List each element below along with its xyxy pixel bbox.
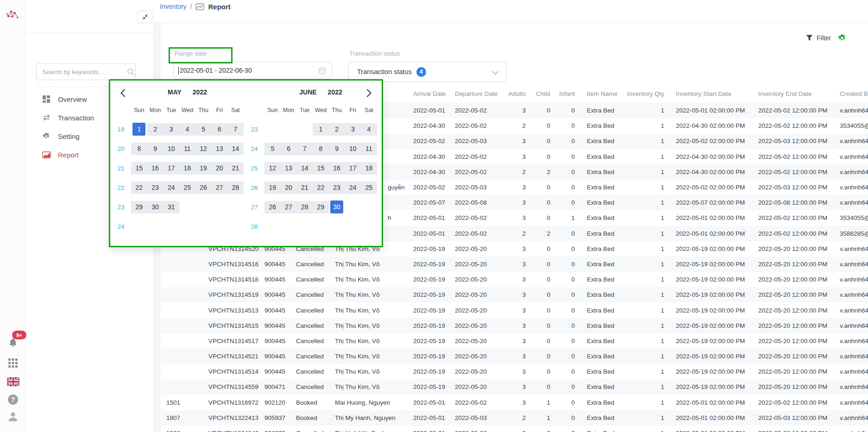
table-row[interactable]: VPCHTN1314516900445CancelledThị Thu Kim,…: [161, 257, 868, 272]
header-inventory-qty: Inventory Qty: [625, 84, 664, 103]
calendar-day[interactable]: 2: [147, 123, 164, 136]
calendar-day[interactable]: 20: [281, 182, 297, 194]
calendar-day[interactable]: 31: [163, 201, 179, 213]
calendar-day[interactable]: 7: [227, 123, 244, 136]
calendar-day[interactable]: 28: [296, 201, 313, 213]
calendar-day[interactable]: 15: [313, 162, 329, 175]
filter-button[interactable]: Filter: [806, 34, 831, 42]
calendar-day[interactable]: 6: [281, 143, 297, 155]
weekday-label: Tue: [296, 107, 313, 113]
collapse-sidebar-button[interactable]: [138, 10, 152, 23]
calendar-day[interactable]: 7: [296, 143, 313, 155]
calendar-day[interactable]: 26: [264, 201, 281, 213]
calendar-day[interactable]: 13: [281, 162, 297, 175]
table-row[interactable]: VPCHTN1314521900445CancelledThị Thu Kim,…: [161, 349, 868, 364]
week-number: 25: [244, 165, 264, 172]
table-row[interactable]: VPCHTN1314559900471CancelledThị Thu Kim,…: [161, 379, 868, 394]
calendar-day[interactable]: 3: [345, 123, 361, 136]
calendar-day[interactable]: 29: [131, 201, 147, 213]
calendar-day[interactable]: 11: [361, 143, 377, 155]
calendar-day[interactable]: 1: [313, 123, 329, 136]
brand-logo[interactable]: [6, 7, 19, 23]
breadcrumb-inventory-link[interactable]: Inventory: [160, 3, 187, 10]
user-avatar-icon[interactable]: [6, 410, 19, 423]
week-number: 20: [111, 145, 131, 152]
calendar-day[interactable]: 19: [264, 182, 281, 194]
week-number: 19: [111, 126, 131, 133]
inventory-report-page: 9+: [0, 0, 868, 432]
calendar-day[interactable]: 15: [131, 162, 147, 175]
calendar-day[interactable]: 19: [195, 162, 212, 175]
weekday-label: Tue: [163, 107, 179, 113]
calendar-day[interactable]: 6: [211, 123, 227, 136]
calendar-day[interactable]: 10: [163, 143, 179, 155]
calendar-day[interactable]: 24: [345, 182, 361, 194]
calendar-day[interactable]: 26: [195, 182, 212, 194]
calendar-day[interactable]: 12: [195, 143, 212, 155]
calendar-day[interactable]: 20: [211, 162, 227, 175]
calendar-day[interactable]: 27: [281, 201, 297, 213]
apps-grid-icon[interactable]: [6, 357, 19, 369]
calendar-day[interactable]: 4: [361, 123, 377, 136]
calendar-day[interactable]: 25: [179, 182, 195, 194]
calendar-day[interactable]: 18: [179, 162, 195, 175]
calendar-day[interactable]: 14: [227, 143, 244, 155]
table-row[interactable]: 1807VPCHTN1322413905937BookedThi My Hanh…: [161, 410, 868, 426]
table-row[interactable]: VPCHTN1314515900445CancelledThị Thu Kim,…: [161, 318, 868, 333]
calendar-day[interactable]: 29: [313, 201, 329, 213]
calendar-day[interactable]: 10: [345, 143, 361, 155]
calendar-day[interactable]: 12: [264, 162, 281, 175]
search-input[interactable]: [37, 69, 127, 75]
calendar-day[interactable]: 1: [131, 123, 147, 136]
calendar-day[interactable]: 16: [329, 162, 345, 175]
date-range-calendar: MAY2022SunMonTueWedThuFriSat191234567208…: [109, 79, 383, 247]
calendar-day[interactable]: 13: [211, 143, 227, 155]
calendar-day[interactable]: 4: [179, 123, 195, 136]
table-row[interactable]: 1503VPCHTN1324342906979CancelledThị Huệ …: [161, 426, 868, 432]
calendar-day[interactable]: 25: [361, 182, 377, 194]
uk-flag-icon[interactable]: [6, 375, 19, 388]
calendar-day[interactable]: 30: [329, 201, 345, 213]
calendar-day[interactable]: 9: [329, 143, 345, 155]
header-adults: Adults: [501, 84, 526, 103]
calendar-day[interactable]: 30: [147, 201, 164, 213]
calendar-day[interactable]: 8: [313, 143, 329, 155]
calendar-day[interactable]: 22: [131, 182, 147, 194]
calendar-day[interactable]: 11: [179, 143, 195, 155]
calendar-day[interactable]: 24: [163, 182, 179, 194]
calendar-day[interactable]: 22: [313, 182, 329, 194]
header-departure-date: Departure Date: [455, 84, 501, 103]
calendar-day[interactable]: 27: [211, 182, 227, 194]
settings-gear-icon[interactable]: [837, 33, 847, 43]
table-row[interactable]: VPCHTN1314513900445CancelledThị Thu Kim,…: [161, 302, 868, 318]
weekday-label: Wed: [179, 107, 195, 113]
header-inventory-end: Inventory End Date: [747, 84, 829, 103]
table-row[interactable]: VPCHTN1314517900445CancelledThị Thu Kim,…: [161, 333, 868, 349]
table-row[interactable]: 1501VPCHTN1316972902120BookedMai Huong, …: [161, 395, 868, 410]
calendar-day: [211, 201, 227, 213]
calendar-day[interactable]: 14: [296, 162, 313, 175]
calendar-day[interactable]: 9: [147, 143, 164, 155]
calendar-day[interactable]: 18: [361, 162, 377, 175]
calendar-day[interactable]: 5: [195, 123, 212, 136]
table-row[interactable]: VPCHTN1314514900445CancelledThị Thu Kim,…: [161, 364, 868, 379]
calendar-day[interactable]: 21: [296, 182, 313, 194]
calendar-day[interactable]: 16: [147, 162, 164, 175]
table-row[interactable]: VPCHTN1314518900445CancelledThị Thu Kim,…: [161, 272, 868, 287]
calendar-day[interactable]: 23: [329, 182, 345, 194]
calendar-day[interactable]: 23: [147, 182, 164, 194]
weekday-label: Sat: [361, 107, 377, 113]
calendar-day[interactable]: 5: [264, 143, 281, 155]
calendar-day[interactable]: 17: [345, 162, 361, 175]
calendar-month-name: MAY: [168, 88, 182, 96]
range-date-input[interactable]: 2022-05-01 - 2022-06-30: [173, 62, 332, 79]
calendar-day[interactable]: 3: [163, 123, 179, 136]
table-row[interactable]: VPCHTN1314519900445CancelledThị Thu Kim,…: [161, 287, 868, 302]
calendar-day[interactable]: 8: [131, 143, 147, 155]
help-icon[interactable]: ?: [6, 393, 19, 406]
calendar-day[interactable]: 2: [329, 123, 345, 136]
calendar-day[interactable]: 17: [163, 162, 179, 175]
calendar-month-name: JUNE: [299, 88, 316, 96]
calendar-day[interactable]: 21: [227, 162, 244, 175]
calendar-day[interactable]: 28: [227, 182, 244, 194]
